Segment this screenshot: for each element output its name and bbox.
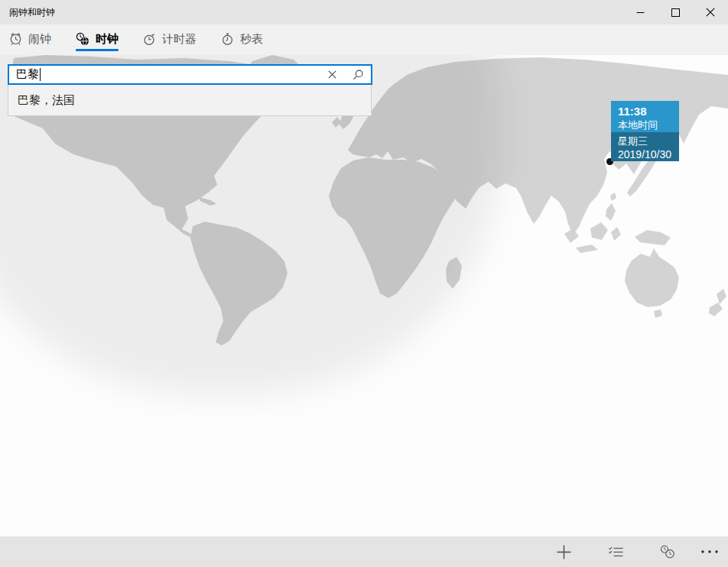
clear-search-button[interactable] (319, 66, 345, 83)
land-australia (625, 248, 679, 307)
search-icon (353, 70, 363, 80)
land-philippines (606, 203, 616, 221)
local-time-popup: 11:38 本地时间 星期三 2019/10/30 (611, 101, 679, 161)
land-new-guinea (635, 230, 671, 245)
search-value: 巴黎 (16, 67, 39, 82)
window-title: 闹钟和时钟 (9, 6, 622, 19)
close-button[interactable] (693, 0, 728, 24)
tab-underline (143, 49, 197, 51)
maximize-icon (671, 8, 680, 17)
land-new-zealand (717, 289, 726, 304)
tab-bar: 闹钟 时钟 (0, 24, 728, 55)
app-window: 11:38 本地时间 星期三 2019/10/30 闹钟和时钟 (0, 0, 728, 567)
city-search-box: 巴黎 (8, 64, 372, 85)
tab-timer[interactable]: 计时器 (143, 31, 197, 51)
world-clock-icon (76, 32, 89, 46)
suggestion-item[interactable]: 巴黎，法国 (8, 85, 371, 115)
alarm-icon (9, 32, 22, 46)
more-options-button[interactable] (694, 536, 725, 567)
tab-clock[interactable]: 时钟 (76, 31, 119, 51)
ellipsis-icon (700, 549, 719, 554)
tab-clock-label: 时钟 (96, 32, 119, 47)
tab-alarm-label: 闹钟 (28, 32, 51, 47)
popup-time-section: 11:38 本地时间 (611, 101, 679, 132)
selected-tab-underline (76, 49, 119, 51)
compare-times-button[interactable] (652, 536, 682, 567)
stopwatch-icon (221, 32, 234, 46)
popup-time: 11:38 (618, 105, 679, 118)
tab-underline (9, 49, 51, 51)
search-suggestions: 巴黎，法国 (8, 85, 372, 116)
title-bar[interactable]: 闹钟和时钟 (0, 0, 728, 24)
select-clocks-button[interactable] (600, 536, 631, 567)
popup-date: 2019/10/30 (618, 147, 679, 161)
timer-icon (143, 32, 156, 46)
clear-icon (328, 70, 336, 79)
checklist-icon (609, 546, 623, 558)
tab-alarm[interactable]: 闹钟 (9, 31, 51, 51)
add-clock-button[interactable] (548, 536, 579, 567)
text-caret (40, 68, 41, 81)
popup-caption: 本地时间 (618, 118, 679, 131)
minimize-button[interactable] (622, 0, 658, 24)
city-search-panel: 巴黎 巴黎，法国 (8, 64, 372, 116)
tab-timer-label: 计时器 (162, 32, 197, 47)
city-search-input[interactable]: 巴黎 (9, 67, 319, 82)
search-submit-button[interactable] (345, 66, 371, 83)
close-icon (706, 8, 715, 17)
command-bar (0, 536, 728, 567)
compare-clocks-icon (660, 545, 674, 559)
tab-underline (221, 49, 263, 51)
minimize-icon (636, 8, 645, 17)
tab-stopwatch[interactable]: 秒表 (221, 31, 263, 51)
tab-stopwatch-label: 秒表 (240, 32, 263, 47)
maximize-button[interactable] (658, 0, 693, 24)
popup-date-section: 星期三 2019/10/30 (611, 132, 679, 161)
plus-icon (557, 545, 571, 559)
popup-weekday: 星期三 (618, 134, 679, 147)
